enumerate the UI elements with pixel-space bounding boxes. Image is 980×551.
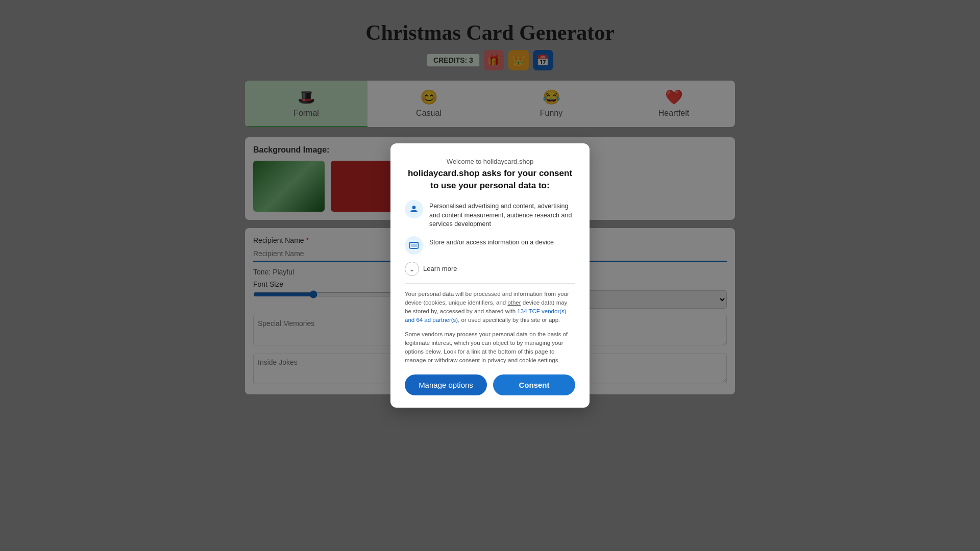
modal-body-text-2: Some vendors may process your personal d… [405, 330, 575, 365]
manage-options-button[interactable]: Manage options [405, 374, 487, 395]
modal-divider [405, 283, 575, 284]
modal-overlay: Welcome to holidaycard.shop holidaycard.… [0, 0, 980, 551]
modal-subtitle: Welcome to holidaycard.shop [405, 158, 575, 165]
modal-body-text-1: Your personal data will be processed and… [405, 290, 575, 325]
consent-text-device: Store and/or access information on a dev… [429, 236, 554, 247]
learn-more-row: ⌄ Learn more [405, 262, 575, 276]
consent-button[interactable]: Consent [493, 374, 575, 395]
svg-point-0 [412, 206, 416, 209]
learn-more-chevron[interactable]: ⌄ [405, 262, 419, 276]
svg-rect-2 [411, 243, 417, 247]
modal-actions: Manage options Consent [405, 374, 575, 395]
learn-more-label[interactable]: Learn more [423, 265, 457, 272]
consent-item-device: Store and/or access information on a dev… [405, 236, 575, 255]
vendor-link[interactable]: 134 TCF vendor(s) and 64 ad partner(s) [405, 308, 567, 323]
advertising-icon [405, 200, 423, 218]
consent-modal: Welcome to holidaycard.shop holidaycard.… [390, 143, 590, 407]
consent-item-advertising: Personalised advertising and content, ad… [405, 200, 575, 229]
consent-text-advertising: Personalised advertising and content, ad… [429, 200, 575, 229]
device-icon [405, 236, 423, 255]
modal-title: holidaycard.shop asks for your consent t… [405, 167, 575, 192]
